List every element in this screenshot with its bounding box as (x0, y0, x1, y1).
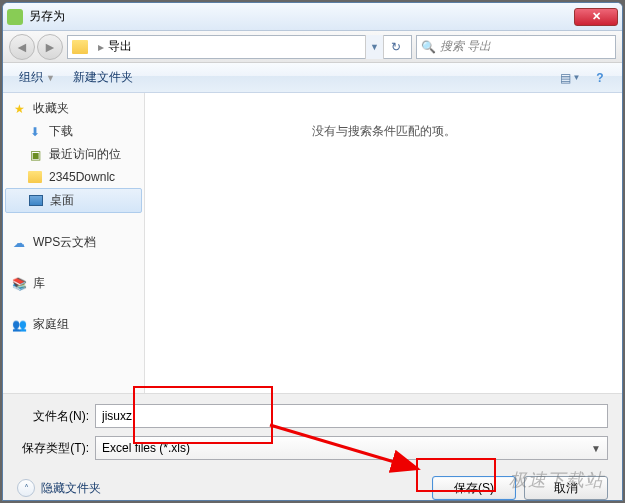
address-dropdown[interactable]: ▼ (365, 35, 383, 59)
toolbar: 组织 ▼ 新建文件夹 ▤▼ ? (3, 63, 622, 93)
sidebar-item-downloads[interactable]: ⬇ 下载 (3, 120, 144, 143)
save-as-dialog: 另存为 ✕ ◄ ► ▸ 导出 ▼ ↻ 🔍 搜索 导出 组织 ▼ 新建文件夹 ▤▼ (2, 2, 623, 501)
bottom-panel: 文件名(N): 保存类型(T): Excel files (*.xls) ▼ ˄… (3, 393, 622, 501)
cancel-button[interactable]: 取消 (524, 476, 608, 500)
download-icon: ⬇ (27, 124, 43, 140)
collapse-icon: ˄ (17, 479, 35, 497)
filename-label: 文件名(N): (17, 408, 95, 425)
sidebar: ★ 收藏夹 ⬇ 下载 ▣ 最近访问的位 2345Downlc 桌面 (3, 93, 145, 393)
sidebar-homegroup[interactable]: 👥 家庭组 (3, 313, 144, 336)
sidebar-item-desktop[interactable]: 桌面 (5, 188, 142, 213)
filetype-label: 保存类型(T): (17, 440, 95, 457)
navigation-bar: ◄ ► ▸ 导出 ▼ ↻ 🔍 搜索 导出 (3, 31, 622, 63)
breadcrumb-segment[interactable]: 导出 (108, 38, 132, 55)
save-button[interactable]: 保存(S) (432, 476, 516, 500)
filetype-combo[interactable]: Excel files (*.xls) ▼ (95, 436, 608, 460)
star-icon: ★ (11, 101, 27, 117)
refresh-button[interactable]: ↻ (383, 35, 407, 59)
hide-folders-toggle[interactable]: ˄ 隐藏文件夹 (17, 479, 101, 497)
sidebar-item-recent[interactable]: ▣ 最近访问的位 (3, 143, 144, 166)
forward-button[interactable]: ► (37, 34, 63, 60)
sidebar-item-2345[interactable]: 2345Downlc (3, 166, 144, 188)
titlebar[interactable]: 另存为 ✕ (3, 3, 622, 31)
desktop-icon (28, 193, 44, 209)
sidebar-wps-cloud[interactable]: ☁ WPS云文档 (3, 231, 144, 254)
folder-icon (27, 169, 43, 185)
view-options-button[interactable]: ▤▼ (558, 67, 582, 89)
chevron-down-icon: ▼ (46, 73, 55, 83)
chevron-down-icon: ▼ (591, 443, 601, 454)
file-list-area[interactable]: 没有与搜索条件匹配的项。 (145, 93, 622, 393)
close-button[interactable]: ✕ (574, 8, 618, 26)
recent-icon: ▣ (27, 147, 43, 163)
nav-arrows: ◄ ► (9, 34, 63, 60)
back-button[interactable]: ◄ (9, 34, 35, 60)
cloud-icon: ☁ (11, 235, 27, 251)
search-placeholder: 搜索 导出 (440, 38, 491, 55)
sidebar-libraries[interactable]: 📚 库 (3, 272, 144, 295)
organize-menu[interactable]: 组织 ▼ (13, 67, 61, 88)
app-icon (7, 9, 23, 25)
window-title: 另存为 (29, 8, 574, 25)
empty-message: 没有与搜索条件匹配的项。 (312, 123, 456, 140)
sidebar-favorites-header[interactable]: ★ 收藏夹 (3, 97, 144, 120)
filename-input[interactable] (95, 404, 608, 428)
library-icon: 📚 (11, 276, 27, 292)
folder-icon (72, 40, 88, 54)
new-folder-button[interactable]: 新建文件夹 (67, 67, 139, 88)
search-icon: 🔍 (421, 40, 436, 54)
address-bar[interactable]: ▸ 导出 ▼ ↻ (67, 35, 412, 59)
search-input[interactable]: 🔍 搜索 导出 (416, 35, 616, 59)
body-area: ★ 收藏夹 ⬇ 下载 ▣ 最近访问的位 2345Downlc 桌面 (3, 93, 622, 393)
homegroup-icon: 👥 (11, 317, 27, 333)
breadcrumb-separator: ▸ (94, 40, 108, 54)
help-button[interactable]: ? (588, 67, 612, 89)
